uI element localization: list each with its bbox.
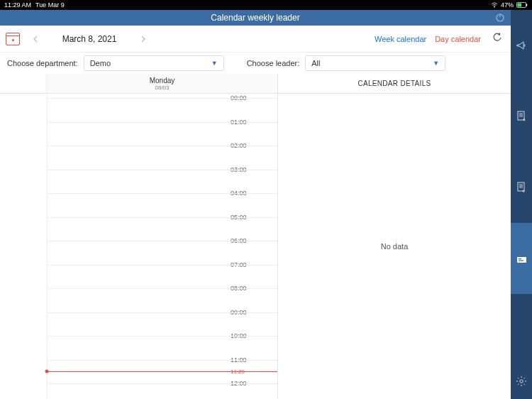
page-title: Calendar weekly leader bbox=[0, 13, 511, 23]
sidebar-item-announce[interactable] bbox=[511, 10, 532, 81]
week-calendar-link[interactable]: Week calendar bbox=[375, 35, 426, 43]
app-header: Calendar weekly leader bbox=[0, 10, 511, 26]
details-empty: No data bbox=[278, 94, 511, 399]
now-time-label: 11:29 bbox=[231, 368, 273, 374]
right-sidebar bbox=[511, 10, 532, 399]
svg-rect-9 bbox=[517, 255, 526, 257]
sidebar-item-doc-in[interactable] bbox=[511, 152, 532, 223]
calendar-grid: Monday 08/03 00:0001:0002:0003:0004:0005… bbox=[0, 74, 278, 399]
status-date: Tue Mar 9 bbox=[35, 1, 65, 9]
dept-label: Choose department: bbox=[7, 59, 78, 67]
filter-bar: Choose department: Demo ▼ Choose leader:… bbox=[0, 53, 511, 74]
sidebar-item-settings[interactable] bbox=[511, 364, 532, 399]
svg-rect-3 bbox=[526, 4, 527, 6]
details-panel: CALENDAR DETAILS No data bbox=[278, 74, 511, 399]
calendar-icon[interactable] bbox=[6, 33, 20, 45]
status-time: 11:29 AM bbox=[4, 1, 31, 9]
day-header: Monday 08/03 bbox=[47, 74, 277, 93]
svg-rect-10 bbox=[519, 258, 521, 259]
current-date: March 8, 2021 bbox=[61, 34, 118, 44]
battery-icon bbox=[516, 2, 528, 8]
wifi-icon bbox=[491, 2, 498, 8]
chevron-down-icon: ▼ bbox=[433, 60, 439, 67]
details-title: CALENDAR DETAILS bbox=[278, 74, 511, 94]
leader-select[interactable]: All ▼ bbox=[305, 55, 445, 71]
day-date: 08/03 bbox=[155, 84, 169, 91]
refresh-button[interactable] bbox=[492, 33, 505, 45]
svg-point-12 bbox=[520, 380, 523, 383]
sidebar-item-calendar[interactable] bbox=[511, 223, 532, 294]
calendar-card-icon bbox=[516, 254, 527, 263]
chevron-down-icon: ▼ bbox=[211, 60, 218, 67]
status-bar: 11:29 AM Tue Mar 9 47% bbox=[0, 0, 532, 10]
date-toolbar: March 8, 2021 Week calendar Day calendar bbox=[0, 26, 511, 53]
prev-day-button[interactable] bbox=[28, 32, 43, 46]
day-name: Monday bbox=[150, 77, 175, 84]
svg-point-0 bbox=[494, 6, 495, 8]
document-out-icon bbox=[516, 111, 527, 122]
leader-label: Choose leader: bbox=[247, 59, 300, 67]
power-button[interactable] bbox=[494, 11, 506, 24]
department-select[interactable]: Demo ▼ bbox=[84, 55, 224, 71]
svg-rect-7 bbox=[518, 182, 524, 191]
document-in-icon bbox=[516, 182, 527, 193]
battery-percent: 47% bbox=[501, 1, 514, 9]
sidebar-item-doc-out[interactable] bbox=[511, 81, 532, 152]
svg-rect-2 bbox=[518, 4, 522, 7]
svg-rect-6 bbox=[518, 111, 524, 120]
megaphone-icon bbox=[516, 40, 527, 51]
gear-icon bbox=[516, 376, 527, 387]
next-day-button[interactable] bbox=[136, 32, 150, 46]
calendar-grid-body[interactable]: 00:0001:0002:0003:0004:0005:0006:0007:00… bbox=[0, 94, 277, 399]
svg-rect-11 bbox=[519, 260, 523, 261]
leader-value: All bbox=[311, 59, 320, 67]
department-value: Demo bbox=[90, 59, 111, 67]
day-calendar-link[interactable]: Day calendar bbox=[435, 35, 481, 43]
time-gutter-head bbox=[0, 74, 47, 93]
